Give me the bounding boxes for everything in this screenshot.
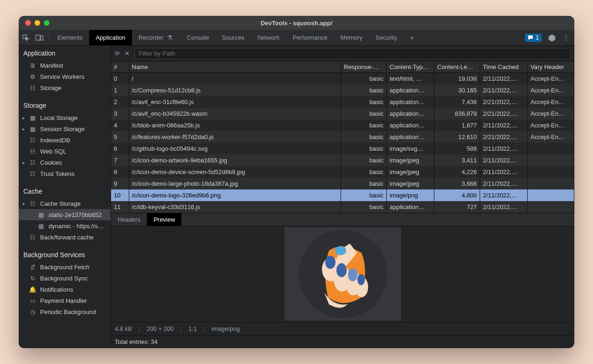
table-row[interactable]: 8/c/icon-demo-device-screen-5d52d8b9.jpg… (111, 166, 574, 178)
device-icon[interactable] (33, 31, 47, 45)
col-name[interactable]: Name (129, 62, 341, 73)
document-icon: 🗎 (29, 62, 36, 69)
cache-table: # Name Response-… Content-Typ… Content-L… (111, 62, 574, 213)
sidebar-item-websql[interactable]: ☷Web SQL (19, 146, 111, 157)
svg-point-9 (325, 256, 335, 269)
table-icon: ▦ (37, 222, 45, 230)
issues-badge[interactable]: 1 (525, 34, 542, 42)
tab-application[interactable]: Application (89, 30, 132, 45)
window-title: DevTools - squoosh.app/ (19, 20, 574, 27)
preview-statusbar: 4.8 kB| 200 × 200| 1:1| image/png (111, 322, 574, 335)
table-row[interactable]: 9/c/icon-demo-large-photo-18da387a.jpgba… (111, 178, 574, 189)
close-icon[interactable] (25, 20, 31, 26)
minimize-icon[interactable] (35, 20, 40, 26)
sidebar-item-periodic-bg[interactable]: ◷Periodic Background (19, 306, 111, 317)
tab-memory[interactable]: Memory (334, 30, 369, 45)
total-entries: Total entries: 34 (115, 338, 158, 345)
table-row[interactable]: 11/c/idb-keyval-c33d3116.jsbasicapplicat… (111, 201, 574, 213)
sidebar-item-cookies[interactable]: ☷Cookies (19, 157, 111, 168)
filter-input[interactable] (134, 48, 571, 59)
status-size: 4.8 kB (115, 325, 132, 332)
sidebar-item-notifications[interactable]: 🔔Notifications (19, 284, 111, 295)
col-content-length[interactable]: Content-Le… (434, 62, 480, 73)
sidebar-item-trust-tokens[interactable]: ☷Trust Tokens (19, 168, 111, 179)
table-row[interactable]: 2/c/avif_enc-31cf8e60.jsbasicapplication… (111, 96, 574, 108)
col-index[interactable]: # (111, 62, 129, 73)
gear-icon[interactable] (548, 34, 556, 42)
sidebar-item-cache-static[interactable]: ▦static-2e1370bb652 (19, 209, 111, 220)
svg-point-8 (335, 246, 346, 255)
tab-security[interactable]: Security (369, 30, 404, 45)
tab-performance[interactable]: Performance (286, 30, 334, 45)
gear-icon: ⚙ (29, 73, 36, 80)
sidebar-item-local-storage[interactable]: ▦Local Storage (19, 112, 111, 123)
table-row[interactable]: 0/basictext/html, …19,0382/11/2022,…Acce… (111, 73, 574, 84)
table-header-row: # Name Response-… Content-Typ… Content-L… (111, 62, 574, 73)
database-icon: ☷ (29, 136, 36, 144)
more-tabs-icon[interactable]: » (404, 30, 420, 45)
status-mime: image/png (211, 325, 240, 332)
svg-point-10 (336, 263, 347, 277)
clock-icon: ◷ (29, 308, 36, 315)
table-row[interactable]: 4/c/blob-anim-086aa25b.jsbasicapplicatio… (111, 119, 574, 131)
tab-sources[interactable]: Sources (216, 30, 251, 45)
tab-network[interactable]: Network (251, 30, 286, 45)
svg-point-11 (348, 268, 357, 281)
preview-image (285, 227, 401, 321)
col-vary-header[interactable]: Vary Header (528, 62, 574, 73)
sidebar-item-session-storage[interactable]: ▦Session Storage (19, 123, 111, 134)
table-icon: ▦ (37, 211, 45, 218)
close-icon[interactable]: ✕ (125, 50, 130, 57)
sidebar-item-indexeddb[interactable]: ☷IndexedDB (19, 134, 111, 146)
col-content-type[interactable]: Content-Typ… (387, 62, 434, 73)
sidebar-item-storage[interactable]: ☷Storage (19, 82, 111, 93)
col-time-cached[interactable]: Time Cached (480, 62, 528, 73)
kebab-icon[interactable]: ⋮ (562, 34, 570, 42)
footer: Total entries: 34 (111, 335, 574, 348)
inspect-icon[interactable] (19, 31, 33, 45)
tab-recorder[interactable]: Recorder⚗ (132, 30, 180, 45)
table-icon: ▦ (29, 125, 36, 133)
traffic-lights (25, 20, 49, 26)
zoom-icon[interactable] (44, 20, 49, 26)
sidebar-item-payment-handler[interactable]: ▭Payment Handler (19, 295, 111, 306)
refresh-icon: ↻ (29, 274, 36, 282)
table-row[interactable]: 6/c/github-logo-bc05494c.svgbasicimage/s… (111, 143, 574, 154)
tab-list: Elements Application Recorder⚗ Console S… (51, 30, 420, 45)
section-storage: Storage (19, 98, 111, 112)
tab-console[interactable]: Console (180, 30, 216, 45)
sidebar-item-cache-storage[interactable]: ☷Cache Storage (19, 198, 111, 209)
section-application: Application (19, 46, 111, 60)
subtab-headers[interactable]: Headers (111, 213, 147, 226)
table-icon: ▦ (29, 114, 36, 121)
database-icon: ☷ (29, 170, 36, 177)
database-icon: ☷ (29, 84, 36, 91)
sidebar-item-service-workers[interactable]: ⚙Service Workers (19, 71, 111, 82)
database-icon: ☷ (29, 147, 36, 155)
subtab-preview[interactable]: Preview (147, 213, 181, 226)
titlebar: DevTools - squoosh.app/ (19, 16, 574, 30)
section-bg-services: Background Services (19, 247, 111, 261)
tab-elements[interactable]: Elements (51, 30, 89, 45)
sidebar-item-cache-dynamic[interactable]: ▦dynamic - https://s… (19, 220, 111, 231)
cookie-icon: ☷ (29, 159, 36, 166)
table-row[interactable]: 10/c/icon-demo-logo-326ed9b6.pngbasicima… (111, 189, 574, 201)
sidebar-item-bg-sync[interactable]: ↻Background Sync (19, 273, 111, 284)
refresh-icon[interactable]: ⟳ (115, 50, 120, 57)
devtools-window: DevTools - squoosh.app/ Elements Applica… (19, 16, 574, 348)
sidebar-item-manifest[interactable]: 🗎Manifest (19, 60, 111, 71)
content-pane: ⟳ ✕ # Name Response-… Content-Typ… Conte… (111, 46, 574, 348)
sidebar-item-bg-fetch[interactable]: ⇵Background Fetch (19, 261, 111, 273)
svg-rect-1 (36, 35, 40, 40)
flask-icon: ⚗ (166, 34, 174, 42)
table-row[interactable]: 3/c/avif_enc-b345922b.wasmbasicapplicati… (111, 108, 574, 119)
sidebar-item-bfcache[interactable]: ☷Back/forward cache (19, 231, 111, 243)
table-row[interactable]: 7/c/icon-demo-artwork-9eba1655.jpgbasici… (111, 154, 574, 166)
preview-pane (111, 226, 574, 322)
status-ratio: 1:1 (188, 325, 197, 332)
message-icon (528, 35, 533, 41)
detail-tabs: Headers Preview (111, 213, 574, 226)
table-row[interactable]: 1/c/Compress-51d12cb8.jsbasicapplication… (111, 84, 574, 96)
table-row[interactable]: 5/c/features-worker-f57d2da0.jsbasicappl… (111, 131, 574, 143)
col-response[interactable]: Response-… (341, 62, 387, 73)
